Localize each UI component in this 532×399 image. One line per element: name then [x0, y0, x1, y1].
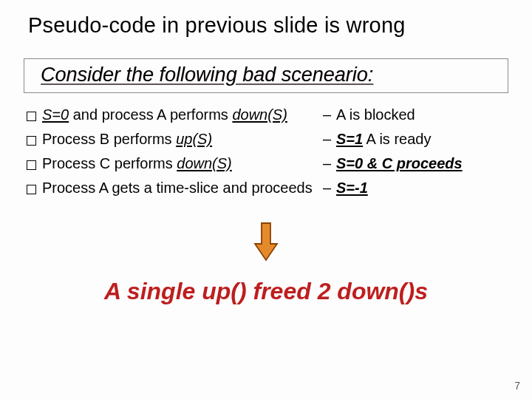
list-item-left: Process C performs down(S) [42, 152, 323, 175]
page-number: 7 [514, 380, 520, 392]
strong-text: S=0 & C proceeds [336, 155, 463, 171]
scenario-list: S=0 and process A performs down(S) – A i… [27, 103, 505, 200]
plain-text: A is ready [363, 131, 431, 147]
down-arrow-icon [253, 222, 279, 262]
square-bullet-icon [27, 160, 36, 170]
arrow-container [0, 222, 532, 265]
list-item: S=0 and process A performs down(S) – A i… [27, 103, 505, 126]
list-item-right: S=1 A is ready [336, 128, 505, 151]
strong-text: S=-1 [336, 180, 368, 196]
list-item-right: A is blocked [336, 103, 505, 126]
dash-separator: – [323, 152, 336, 175]
subtitle-box: Consider the following bad sceneario: [24, 58, 508, 93]
plain-text: Process C performs [42, 155, 177, 171]
slide-title: Pseudo-code in previous slide is wrong [0, 0, 532, 38]
list-item-left: Process A gets a time-slice and proceeds [42, 177, 323, 200]
emph-text: up(S) [176, 131, 212, 147]
emph-text: down(S) [232, 106, 287, 123]
list-item: Process A gets a time-slice and proceeds… [27, 177, 505, 200]
emph-text: S=0 [42, 106, 69, 123]
plain-text: A is blocked [336, 106, 415, 123]
list-item-left: S=0 and process A performs down(S) [42, 103, 323, 126]
square-bullet-icon [27, 136, 36, 146]
square-bullet-icon [27, 112, 36, 121]
strong-text: S=1 [336, 131, 363, 147]
arrow-path [255, 223, 277, 260]
list-item: Process C performs down(S) – S=0 & C pro… [27, 152, 505, 175]
plain-text: Process B performs [42, 131, 176, 147]
plain-text: and process A performs [69, 106, 232, 123]
conclusion-text: A single up() freed 2 down()s [0, 278, 532, 305]
subtitle-text: Consider the following bad sceneario: [41, 64, 373, 86]
dash-separator: – [323, 103, 336, 126]
plain-text: Process A gets a time-slice and proceeds [42, 180, 313, 196]
list-item-right: S=0 & C proceeds [336, 152, 505, 175]
dash-separator: – [323, 177, 336, 200]
square-bullet-icon [27, 185, 36, 194]
list-item: Process B performs up(S) – S=1 A is read… [27, 128, 505, 151]
list-item-left: Process B performs up(S) [42, 128, 323, 151]
list-item-right: S=-1 [336, 177, 505, 200]
dash-separator: – [323, 128, 336, 151]
emph-text: down(S) [177, 155, 231, 171]
